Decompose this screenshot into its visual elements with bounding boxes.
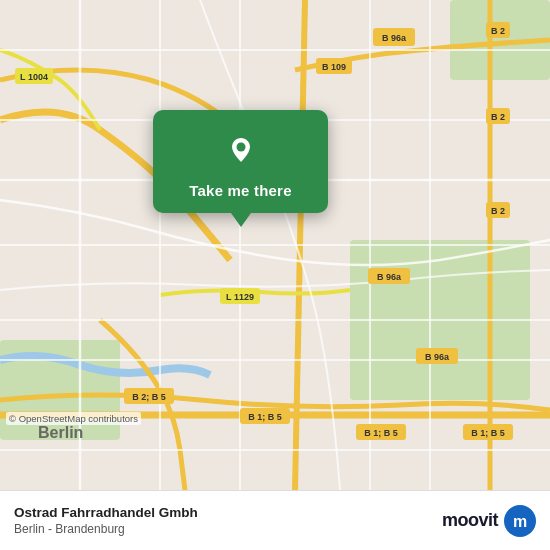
svg-text:B 2: B 2 <box>491 206 505 216</box>
svg-point-43 <box>236 143 245 152</box>
svg-text:B 1; B 5: B 1; B 5 <box>471 428 505 438</box>
popup-card[interactable]: Take me there <box>153 110 328 213</box>
svg-text:B 96a: B 96a <box>382 33 407 43</box>
svg-text:Berlin: Berlin <box>38 424 83 441</box>
svg-text:B 1; B 5: B 1; B 5 <box>248 412 282 422</box>
svg-text:m: m <box>513 513 527 530</box>
svg-text:B 1; B 5: B 1; B 5 <box>364 428 398 438</box>
svg-text:B 2: B 2 <box>491 112 505 122</box>
svg-text:L 1004: L 1004 <box>20 72 48 82</box>
moovit-wordmark: moovit <box>442 510 498 531</box>
footer-location: Ostrad Fahrradhandel Gmbh <box>14 505 198 520</box>
svg-text:B 96a: B 96a <box>377 272 402 282</box>
moovit-icon: m <box>504 505 536 537</box>
map-container: B 96a B 2 B 2 B 2 B 109 L 1004 B 96a L 1… <box>0 0 550 490</box>
location-pin-icon <box>219 128 263 172</box>
svg-text:B 2; B 5: B 2; B 5 <box>132 392 166 402</box>
popup-label: Take me there <box>189 182 291 199</box>
svg-text:B 96a: B 96a <box>425 352 450 362</box>
footer-region: Berlin - Brandenburg <box>14 522 198 536</box>
moovit-text: moovit <box>442 510 498 530</box>
svg-text:L 1129: L 1129 <box>226 292 254 302</box>
copyright-text: © OpenStreetMap contributors <box>6 412 141 425</box>
footer-info: Ostrad Fahrradhandel Gmbh Berlin - Brand… <box>14 505 198 536</box>
svg-text:B 2: B 2 <box>491 26 505 36</box>
moovit-logo: moovit m <box>442 505 536 537</box>
svg-text:B 109: B 109 <box>322 62 346 72</box>
footer: Ostrad Fahrradhandel Gmbh Berlin - Brand… <box>0 490 550 550</box>
